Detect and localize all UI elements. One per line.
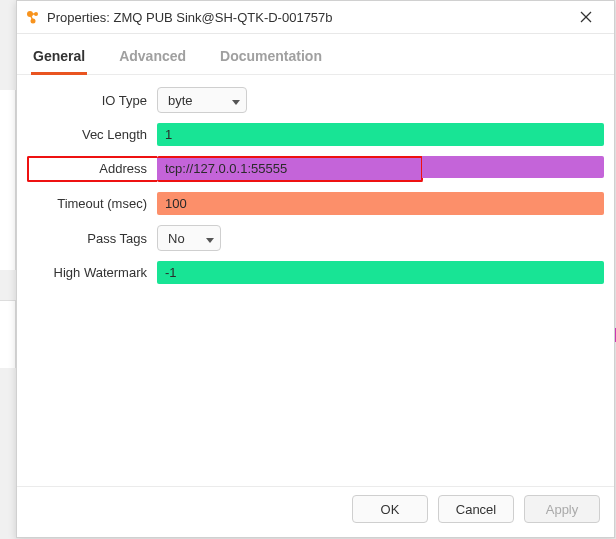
label-vec-length: Vec Length: [27, 127, 157, 142]
tab-general[interactable]: General: [31, 44, 87, 75]
io-type-value: byte: [168, 93, 193, 108]
label-address: Address: [27, 156, 157, 182]
row-timeout: Timeout (msec) 100: [27, 192, 604, 215]
tab-advanced[interactable]: Advanced: [117, 44, 188, 75]
close-button[interactable]: [566, 2, 606, 32]
row-io-type: IO Type byte: [27, 87, 604, 113]
row-address: Address tcp://127.0.0.1:55555: [27, 156, 604, 182]
row-vec-length: Vec Length 1: [27, 123, 604, 146]
label-io-type: IO Type: [27, 93, 157, 108]
label-timeout: Timeout (msec): [27, 196, 157, 211]
high-watermark-field[interactable]: -1: [157, 261, 604, 284]
label-high-watermark: High Watermark: [27, 265, 157, 280]
app-icon: [25, 9, 41, 25]
io-type-dropdown[interactable]: byte: [157, 87, 247, 113]
timeout-field[interactable]: 100: [157, 192, 604, 215]
background-window-fragment: [0, 90, 16, 270]
dialog-buttons: OK Cancel Apply: [17, 486, 614, 537]
address-field-tail[interactable]: [422, 156, 604, 178]
tab-documentation[interactable]: Documentation: [218, 44, 324, 75]
ok-button[interactable]: OK: [352, 495, 428, 523]
pass-tags-dropdown[interactable]: No: [157, 225, 221, 251]
form-area: IO Type byte Vec Length 1 Address tcp://…: [17, 75, 614, 486]
pass-tags-value: No: [168, 231, 185, 246]
close-icon: [580, 11, 592, 23]
chevron-down-icon: [206, 231, 214, 246]
background-window-fragment: [0, 300, 16, 368]
chevron-down-icon: [232, 93, 240, 108]
titlebar: Properties: ZMQ PUB Sink@SH-QTK-D-001757…: [17, 1, 614, 34]
properties-dialog: Properties: ZMQ PUB Sink@SH-QTK-D-001757…: [16, 0, 615, 538]
vec-length-field[interactable]: 1: [157, 123, 604, 146]
address-field[interactable]: tcp://127.0.0.1:55555: [157, 156, 423, 182]
tab-bar: General Advanced Documentation: [17, 34, 614, 75]
label-pass-tags: Pass Tags: [27, 231, 157, 246]
window-title: Properties: ZMQ PUB Sink@SH-QTK-D-001757…: [47, 10, 566, 25]
row-pass-tags: Pass Tags No: [27, 225, 604, 251]
apply-button[interactable]: Apply: [524, 495, 600, 523]
row-high-watermark: High Watermark -1: [27, 261, 604, 284]
cancel-button[interactable]: Cancel: [438, 495, 514, 523]
